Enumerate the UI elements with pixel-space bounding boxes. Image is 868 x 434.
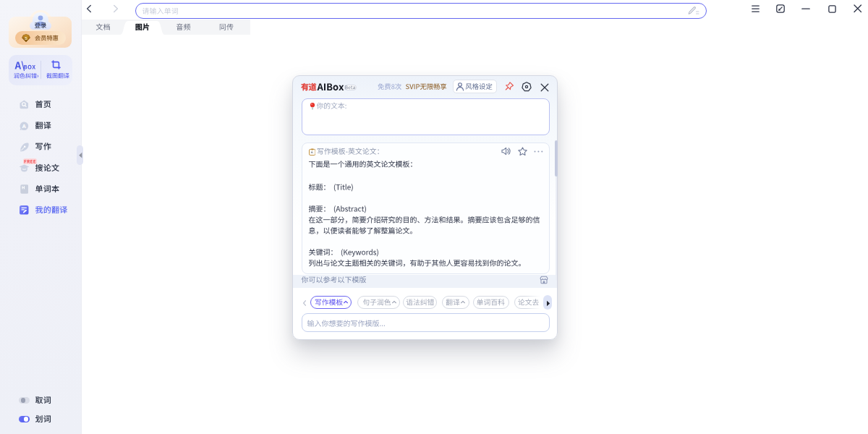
svg-text:S: S <box>24 35 27 41</box>
svg-text:A: A <box>22 123 27 129</box>
